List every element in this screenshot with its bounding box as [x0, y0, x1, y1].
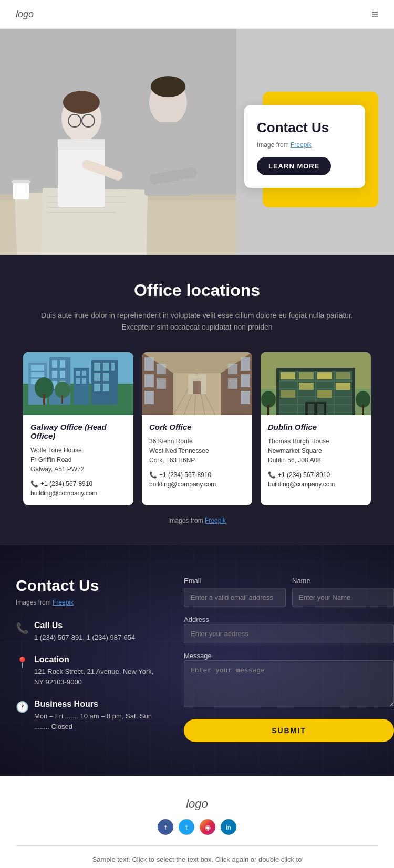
- svg-rect-68: [157, 378, 166, 389]
- svg-rect-51: [43, 394, 45, 405]
- dublin-office-address: Thomas Burgh House Newmarket Square Dubl…: [268, 437, 364, 465]
- svg-rect-88: [281, 372, 295, 379]
- contact-images-credit: Images from Freepik: [16, 599, 163, 606]
- svg-rect-52: [61, 395, 63, 404]
- contact-heading: Contact Us: [16, 577, 163, 595]
- form-group-address: Address: [184, 615, 394, 643]
- svg-rect-101: [267, 405, 269, 415]
- learn-more-button[interactable]: LEARN MORE: [257, 157, 331, 175]
- name-label: Name: [292, 577, 394, 585]
- footer-divider: [16, 845, 378, 846]
- contact-form: Email Name Address Message SUBMIT: [184, 577, 394, 745]
- footer-logo: logo: [186, 797, 208, 811]
- svg-rect-13: [58, 139, 105, 150]
- cork-email: building@company.com: [149, 481, 245, 488]
- hero-people-bg: [0, 29, 236, 255]
- message-label: Message: [184, 652, 212, 660]
- svg-rect-90: [317, 372, 332, 379]
- contact-freepik-link[interactable]: Freepik: [53, 599, 74, 606]
- cork-phone: 📞+1 (234) 567-8910: [149, 471, 245, 479]
- address-input[interactable]: [184, 624, 394, 643]
- svg-rect-44: [111, 363, 115, 371]
- hamburger-menu-icon[interactable]: ≡: [371, 7, 378, 21]
- svg-rect-45: [94, 373, 100, 381]
- submit-button[interactable]: SUBMIT: [184, 719, 394, 742]
- cork-card-body: Cork Office 36 Kiehn Route West Ned Tenn…: [142, 415, 252, 496]
- contact-hours: 🕐 Business Hours Mon – Fri ....... 10 am…: [16, 700, 163, 732]
- offices-freepik-link[interactable]: Freepik: [205, 517, 226, 524]
- svg-rect-46: [103, 373, 109, 381]
- svg-rect-75: [193, 381, 201, 394]
- dublin-phone: 📞+1 (234) 567-8910: [268, 471, 364, 479]
- contact-section: Contact Us Images from Freepik 📞 Call Us…: [0, 545, 394, 776]
- galway-card-body: Galway Office (Head Office) Wolfe Tone H…: [23, 415, 133, 505]
- offices-section: Office locations Duis aute irure dolor i…: [0, 255, 394, 545]
- hero-contact-card: Contact Us Image from Freepik LEARN MORE: [244, 105, 365, 188]
- twitter-icon[interactable]: t: [179, 819, 194, 835]
- dublin-office-name: Dublin Office: [268, 422, 364, 431]
- office-card-dublin: Dublin Office Thomas Burgh House Newmark…: [261, 352, 371, 505]
- svg-rect-32: [52, 371, 57, 378]
- svg-rect-97: [308, 404, 314, 415]
- svg-point-21: [151, 76, 185, 97]
- offices-title: Office locations: [16, 281, 378, 300]
- svg-rect-92: [299, 383, 314, 390]
- svg-rect-31: [60, 360, 65, 368]
- svg-rect-73: [228, 378, 237, 389]
- galway-phone: 📞+1 (234) 567-8910: [30, 480, 126, 488]
- svg-rect-91: [336, 372, 350, 379]
- clock-icon: 🕐: [16, 701, 29, 713]
- svg-rect-30: [52, 360, 57, 368]
- email-input[interactable]: [184, 588, 286, 607]
- svg-rect-40: [82, 378, 86, 384]
- cork-office-address: 36 Kiehn Route West Ned Tennessee Cork, …: [149, 437, 245, 465]
- svg-rect-48: [103, 384, 109, 391]
- facebook-icon[interactable]: f: [158, 819, 173, 835]
- linkedin-icon[interactable]: in: [221, 819, 236, 835]
- svg-rect-26: [31, 365, 44, 371]
- svg-rect-71: [241, 391, 250, 404]
- svg-rect-70: [241, 374, 250, 387]
- contact-left-panel: Contact Us Images from Freepik 📞 Call Us…: [16, 577, 163, 745]
- name-input[interactable]: [292, 588, 394, 607]
- svg-rect-98: [317, 404, 324, 415]
- svg-rect-47: [94, 384, 100, 391]
- cork-office-name: Cork Office: [149, 422, 245, 431]
- svg-rect-66: [144, 391, 154, 404]
- svg-rect-10: [12, 180, 30, 183]
- dublin-office-image: [261, 352, 371, 415]
- svg-rect-67: [157, 364, 166, 374]
- cork-office-image: [142, 352, 252, 415]
- svg-rect-20: [144, 122, 192, 196]
- svg-rect-102: [362, 405, 364, 415]
- form-group-name: Name: [292, 577, 394, 607]
- hero-contact-title: Contact Us: [257, 120, 352, 136]
- email-label: Email: [184, 577, 286, 585]
- navbar: logo ≡: [0, 0, 394, 29]
- svg-rect-42: [94, 363, 100, 371]
- message-textarea[interactable]: [184, 660, 394, 707]
- galway-office-address: Wolfe Tone House Fr Griffin Road Galway,…: [30, 446, 126, 474]
- offices-image-credit: Images from Freepik: [16, 517, 378, 524]
- svg-rect-89: [299, 372, 314, 379]
- svg-rect-39: [76, 378, 80, 384]
- svg-rect-72: [228, 364, 237, 374]
- hours-label: Business Hours: [34, 700, 163, 709]
- svg-rect-27: [31, 372, 44, 377]
- instagram-icon[interactable]: ◉: [200, 819, 215, 835]
- offices-description: Duis aute irure dolor in reprehenderit i…: [39, 310, 355, 333]
- svg-rect-69: [241, 357, 250, 371]
- contact-location: 📍 Location 121 Rock Street, 21 Avenue, N…: [16, 655, 163, 687]
- svg-rect-43: [103, 363, 109, 371]
- form-group-email: Email: [184, 577, 286, 607]
- form-row-email-name: Email Name: [184, 577, 394, 607]
- contact-call-us: 📞 Call Us 1 (234) 567-891, 1 (234) 987-6…: [16, 621, 163, 643]
- svg-rect-64: [144, 357, 154, 371]
- hero-section: Contact Us Image from Freepik LEARN MORE: [0, 29, 394, 255]
- offices-cards-container: Galway Office (Head Office) Wolfe Tone H…: [16, 352, 378, 505]
- call-us-value: 1 (234) 567-891, 1 (234) 987-654: [34, 632, 135, 643]
- dublin-email: building@company.com: [268, 481, 364, 488]
- hero-freepik-link[interactable]: Freepik: [291, 141, 312, 149]
- svg-rect-65: [144, 374, 154, 387]
- location-label: Location: [34, 655, 163, 664]
